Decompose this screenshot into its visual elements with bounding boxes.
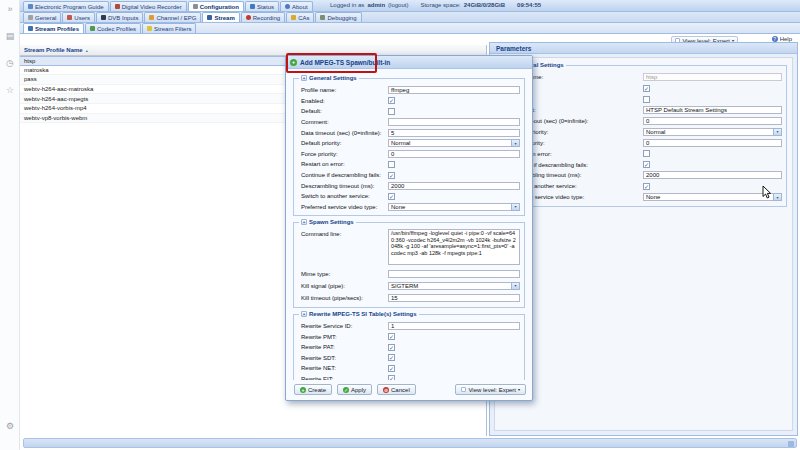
tab-about[interactable]: About [280, 1, 313, 11]
cancel-button[interactable]: ⊘ Cancel [377, 384, 416, 395]
tab-configuration[interactable]: Configuration [188, 1, 244, 11]
dialog-spawn-legend-label: Spawn Settings [309, 219, 354, 225]
dvr-icon [115, 4, 120, 9]
parameters-panel: Parameters ▴ General Settings Profile na… [489, 42, 798, 436]
kill-timeout-label: Kill timeout (pipe/secs): [298, 295, 388, 301]
data-timeout-input[interactable]: 5 [388, 129, 520, 137]
dialog-rewrite-legend: ▴ Rewrite MPEG-TS SI Table(s) Settings [299, 311, 419, 317]
param-default-checkbox[interactable] [643, 96, 650, 103]
history-clock-icon[interactable]: ◷ [4, 57, 16, 69]
tab-cas-label: CAs [298, 15, 309, 21]
statusbar-grip-icon [788, 441, 794, 447]
restart-checkbox[interactable] [388, 161, 395, 168]
restart-label: Restart on error: [298, 161, 388, 167]
tab-dvb-inputs[interactable]: DVB Inputs [96, 12, 143, 22]
kill-timeout-input[interactable]: 15 [388, 294, 520, 302]
rewrite-sdt-checkbox[interactable]: ✓ [388, 354, 395, 361]
config-tab-bar: General Users DVB Inputs Channel / EPG S… [20, 12, 800, 23]
tab-stream-label: Stream [214, 15, 234, 21]
login-prefix: Logged in as [330, 2, 364, 8]
session-info: Logged in as admin (logout) Storage spac… [330, 2, 541, 8]
rewrite-pat-label: Rewrite PAT: [298, 344, 388, 350]
rewrite-eit-checkbox[interactable]: ✓ [388, 375, 395, 380]
view-level-icon [461, 387, 466, 392]
info-icon [285, 4, 290, 9]
switch-service-checkbox[interactable]: ✓ [388, 193, 395, 200]
param-default-priority-combo[interactable]: Normal ▾ [643, 128, 782, 136]
rewrite-net-checkbox[interactable]: ✓ [388, 365, 395, 372]
wrench-icon [193, 4, 198, 9]
panel-toggle-icon[interactable]: » [4, 3, 16, 15]
tab-codec-profiles[interactable]: Codec Profiles [85, 23, 141, 33]
apply-button[interactable]: ✓ Apply [337, 384, 372, 395]
dialog-view-level-label: View level: Expert [468, 387, 516, 393]
param-enabled-checkbox[interactable]: ✓ [643, 85, 650, 92]
rewrite-pmt-checkbox[interactable]: ✓ [388, 333, 395, 340]
rewrite-eit-label: Rewrite EIT: [298, 376, 388, 380]
stream-icon [207, 15, 212, 20]
param-comment-input[interactable]: HTSP Default Stream Settings [643, 106, 782, 114]
rewrite-service-id-input[interactable]: 1 [388, 322, 520, 330]
tab-users[interactable]: Users [62, 12, 95, 22]
dialog-body: ▴ General Settings Profile name: ffmpeg … [286, 69, 532, 380]
param-descrambling-timeout-input[interactable]: 2000 [643, 171, 782, 179]
profile-name-input[interactable]: ffmpeg [388, 86, 520, 94]
dropdown-arrow-icon[interactable]: ▾ [511, 139, 520, 147]
create-button[interactable]: + Create [294, 384, 332, 395]
param-switch-service-checkbox[interactable]: ✓ [643, 183, 650, 190]
tab-status[interactable]: Status [245, 1, 279, 11]
tab-channel-epg-label: Channel / EPG [156, 15, 196, 21]
dropdown-arrow-icon[interactable]: ▾ [773, 128, 782, 136]
dialog-titlebar[interactable]: + Add MPEG-TS Spawn/built-in [286, 56, 532, 69]
kill-signal-label: Kill signal (pipe): [298, 283, 388, 289]
pages-icon[interactable]: ▤ [4, 30, 16, 42]
tab-channel-epg[interactable]: Channel / EPG [144, 12, 201, 22]
logout-link[interactable]: (logout) [388, 2, 408, 8]
enabled-checkbox[interactable]: ✓ [388, 97, 395, 104]
create-label: Create [308, 387, 326, 393]
default-checkbox[interactable] [388, 108, 395, 115]
username: admin [367, 2, 385, 8]
data-timeout-label: Data timeout (sec) (0=infinite): [298, 130, 388, 136]
param-force-priority-input[interactable]: 0 [643, 139, 782, 147]
collapse-icon[interactable]: ▴ [301, 219, 307, 225]
tab-general[interactable]: General [23, 12, 61, 22]
dialog-rewrite-legend-label: Rewrite MPEG-TS SI Table(s) Settings [309, 311, 417, 317]
funnel-icon [147, 26, 152, 31]
settings-gear-icon[interactable]: ⚙ [4, 420, 16, 432]
switch-service-label: Switch to another service: [298, 193, 388, 199]
bookmark-star-icon[interactable]: ☆ [4, 84, 16, 96]
tab-recording[interactable]: Recording [241, 12, 285, 22]
dialog-view-level-button[interactable]: View level: Expert ▾ [455, 384, 526, 395]
dialog-general-fieldset: ▴ General Settings Profile name: ffmpeg … [293, 78, 525, 216]
dropdown-arrow-icon[interactable]: ▾ [511, 203, 520, 211]
param-preferred-video-combo[interactable]: None ▾ [643, 193, 782, 201]
tab-cas[interactable]: CAs [286, 12, 314, 22]
collapse-icon[interactable]: ▴ [301, 75, 307, 81]
tab-stream[interactable]: Stream [202, 12, 239, 22]
tab-about-label: About [292, 4, 308, 10]
param-continue-checkbox[interactable]: ✓ [643, 161, 650, 168]
tab-stream-filters[interactable]: Stream Filters [142, 23, 196, 33]
descrambling-timeout-input[interactable]: 2000 [388, 182, 520, 190]
command-line-textarea[interactable]: /usr/bin/ffmpeg -loglevel quiet -i pipe:… [388, 229, 520, 265]
tab-dvr[interactable]: Digital Video Recorder [110, 1, 187, 11]
default-priority-combo[interactable]: Normal ▾ [388, 139, 520, 147]
param-restart-checkbox[interactable] [643, 150, 650, 157]
mime-type-input[interactable] [388, 270, 520, 278]
preferred-video-combo[interactable]: None ▾ [388, 203, 520, 211]
collapse-icon[interactable]: ▴ [301, 311, 307, 317]
params-general-fieldset: ▴ General Settings Profile name: htsp En… [500, 65, 787, 207]
tab-debugging[interactable]: Debugging [315, 12, 361, 22]
continue-descrambling-checkbox[interactable]: ✓ [388, 172, 395, 179]
rewrite-pat-checkbox[interactable]: ✓ [388, 344, 395, 351]
dropdown-arrow-icon[interactable]: ▾ [511, 282, 520, 290]
dropdown-arrow-icon[interactable]: ▾ [773, 193, 782, 201]
kill-signal-combo[interactable]: SIGTERM ▾ [388, 282, 520, 290]
clock: 09:54:55 [517, 2, 541, 8]
tab-stream-profiles[interactable]: Stream Profiles [23, 23, 84, 33]
force-priority-input[interactable]: 0 [388, 150, 520, 158]
comment-input[interactable] [388, 118, 520, 126]
tab-epg[interactable]: Electronic Program Guide [23, 1, 109, 11]
param-data-timeout-input[interactable]: 0 [643, 117, 782, 125]
